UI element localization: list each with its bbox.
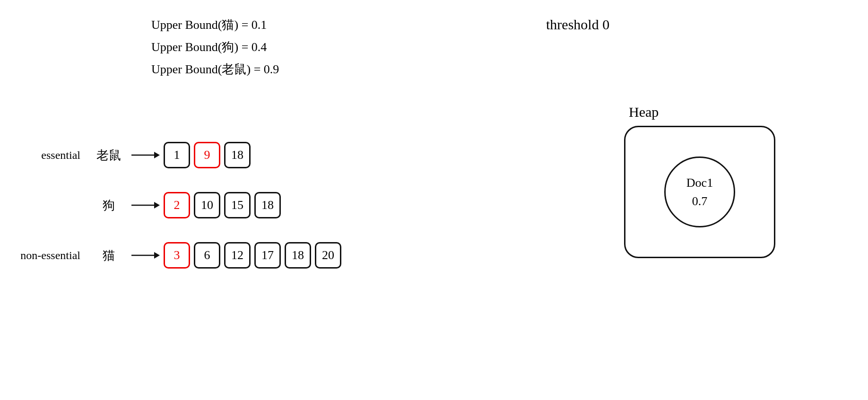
box-dog-10: 10 (194, 192, 220, 218)
upper-bound-cat: Upper Bound(猫) = 0.1 (151, 14, 279, 36)
heap-title: Heap (629, 104, 775, 120)
boxes-cat: 3 6 12 17 18 20 (164, 242, 341, 269)
list-row-mouse: essential 老鼠 1 9 18 (14, 142, 534, 168)
boxes-mouse: 1 9 18 (164, 142, 251, 168)
lists-area: essential 老鼠 1 9 18 狗 2 10 15 18 (14, 142, 534, 292)
box-cat-3: 3 (164, 242, 190, 269)
list-row-cat: non-essential 猫 3 6 12 17 18 20 (14, 242, 534, 269)
heap-node: Doc1 0.7 (664, 157, 735, 227)
arrow-mouse (131, 148, 160, 162)
heap-node-value: 0.7 (692, 192, 708, 210)
essential-label: essential (14, 149, 90, 162)
heap-area: Heap Doc1 0.7 (624, 104, 775, 258)
heap-node-doc: Doc1 (686, 174, 713, 192)
svg-marker-5 (154, 252, 160, 259)
term-dog: 狗 (90, 197, 128, 214)
box-mouse-9: 9 (194, 142, 220, 168)
box-cat-20: 20 (315, 242, 341, 269)
arrow-dog (131, 199, 160, 212)
non-essential-label: non-essential (14, 249, 90, 262)
box-dog-2: 2 (164, 192, 190, 218)
threshold-label: threshold 0 (546, 17, 609, 33)
svg-marker-3 (154, 202, 160, 209)
term-cat: 猫 (90, 247, 128, 264)
term-mouse: 老鼠 (90, 147, 128, 164)
list-row-dog: 狗 2 10 15 18 (14, 192, 534, 218)
upper-bound-mouse: Upper Bound(老鼠) = 0.9 (151, 59, 279, 81)
box-cat-18: 18 (285, 242, 311, 269)
upper-bounds-section: Upper Bound(猫) = 0.1 Upper Bound(狗) = 0.… (151, 14, 279, 80)
threshold-value: threshold 0 (546, 17, 609, 32)
box-mouse-1: 1 (164, 142, 190, 168)
box-mouse-18: 18 (224, 142, 251, 168)
box-cat-12: 12 (224, 242, 251, 269)
arrow-cat (131, 249, 160, 262)
box-cat-6: 6 (194, 242, 220, 269)
svg-marker-1 (154, 152, 160, 158)
box-cat-17: 17 (254, 242, 281, 269)
heap-box: Doc1 0.7 (624, 126, 775, 258)
box-dog-18: 18 (254, 192, 281, 218)
boxes-dog: 2 10 15 18 (164, 192, 281, 218)
box-dog-15: 15 (224, 192, 251, 218)
upper-bound-dog: Upper Bound(狗) = 0.4 (151, 36, 279, 59)
